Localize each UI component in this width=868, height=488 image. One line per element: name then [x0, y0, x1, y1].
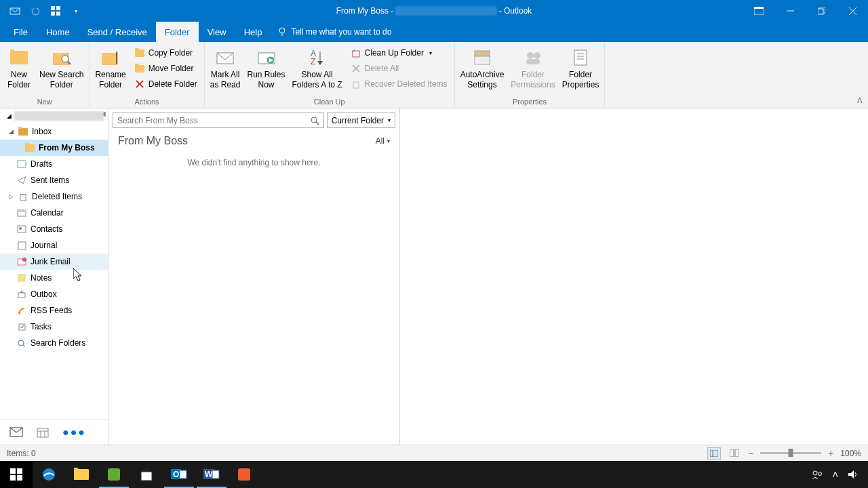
mail-icon[interactable]: [9, 427, 23, 437]
clean-up-folder-button[interactable]: Clean Up Folder▾: [349, 46, 450, 60]
folder-search-folders[interactable]: Search Folders: [0, 335, 108, 351]
folder-junk-email[interactable]: Junk Email: [0, 253, 108, 270]
minimize-button[interactable]: [774, 0, 806, 22]
folder-sent-items[interactable]: Sent Items: [0, 172, 108, 188]
svg-rect-47: [18, 226, 26, 232]
taskbar-edge[interactable]: [33, 461, 65, 488]
mark-all-read-button[interactable]: Mark All as Read: [208, 44, 243, 90]
svg-rect-49: [18, 242, 26, 249]
system-tray: ᐱ: [811, 461, 868, 488]
move-folder-button[interactable]: Move Folder: [132, 62, 199, 75]
svg-rect-34: [475, 56, 490, 64]
folder-permissions-button[interactable]: Folder Permissions: [508, 44, 557, 90]
svg-point-54: [18, 312, 20, 314]
maximize-button[interactable]: [806, 0, 837, 22]
undo-icon[interactable]: [28, 4, 42, 18]
taskbar-outlook[interactable]: O: [163, 461, 195, 488]
delete-all-button[interactable]: Delete All: [349, 62, 450, 75]
show-all-folders-az-button[interactable]: AZShow All Folders A to Z: [290, 44, 345, 90]
window-title: From My Boss - - Outlook: [336, 6, 532, 16]
search-scope-dropdown[interactable]: Current Folder▾: [327, 113, 395, 128]
svg-rect-6: [754, 7, 764, 9]
send-receive-all-icon[interactable]: [8, 4, 22, 18]
folder-drafts[interactable]: Drafts: [0, 156, 108, 172]
tray-chevron-up-icon[interactable]: ᐱ: [833, 470, 838, 479]
view-normal-button[interactable]: [707, 447, 721, 460]
svg-rect-74: [108, 468, 120, 481]
svg-rect-79: [180, 470, 186, 479]
tell-me-search[interactable]: Tell me what you want to do: [277, 22, 391, 42]
more-icon[interactable]: ●●●: [62, 426, 86, 439]
list-filter-dropdown[interactable]: All▾: [376, 136, 390, 146]
account-root[interactable]: ◢: [0, 108, 108, 123]
svg-rect-59: [37, 428, 48, 437]
run-rules-now-button[interactable]: Run Rules Now: [244, 44, 288, 90]
folder-journal[interactable]: Journal: [0, 237, 108, 253]
svg-rect-53: [18, 293, 25, 298]
folder-properties-button[interactable]: Folder Properties: [559, 44, 602, 90]
folder-rss-feeds[interactable]: RSS Feeds: [0, 302, 108, 319]
tab-home[interactable]: Home: [37, 22, 79, 42]
search-input[interactable]: Search From My Boss: [113, 113, 324, 128]
search-icon[interactable]: [310, 116, 319, 125]
svg-rect-28: [353, 51, 359, 57]
delete-folder-button[interactable]: Delete Folder: [132, 77, 199, 91]
collapse-ribbon-icon[interactable]: ᐱ: [857, 96, 863, 105]
taskbar-word[interactable]: W: [195, 461, 228, 488]
zoom-out-button[interactable]: −: [748, 448, 753, 459]
view-reading-button[interactable]: [728, 447, 741, 460]
message-list-pane: Search From My Boss Current Folder▾ From…: [108, 108, 400, 445]
title-sep: -: [499, 6, 502, 16]
tab-file[interactable]: File: [4, 22, 37, 42]
svg-line-57: [23, 345, 25, 347]
folder-deleted-items[interactable]: ▷Deleted Items: [0, 188, 108, 205]
taskbar-app-orange[interactable]: [228, 461, 260, 488]
tray-people-icon[interactable]: [811, 469, 823, 480]
group-cleanup-label: Clean Up: [208, 96, 452, 108]
rename-folder-button[interactable]: Rename Folder: [92, 44, 128, 90]
svg-point-84: [813, 471, 817, 475]
folder-calendar[interactable]: Calendar: [0, 205, 108, 221]
grid-icon[interactable]: [49, 4, 62, 18]
new-search-folder-button[interactable]: New Search Folder: [37, 44, 86, 90]
tab-folder[interactable]: Folder: [156, 22, 199, 42]
folder-notes[interactable]: Notes: [0, 270, 108, 286]
svg-point-63: [311, 117, 317, 123]
taskbar-store[interactable]: [130, 461, 163, 488]
folder-inbox[interactable]: ◢Inbox: [0, 123, 108, 140]
calendar-icon[interactable]: [37, 427, 49, 438]
ribbon-display-icon[interactable]: [743, 0, 774, 22]
list-header-title: From My Boss: [118, 135, 188, 147]
folder-contacts[interactable]: Contacts: [0, 221, 108, 237]
workspace: ◀ ◢ ◢Inbox From My Boss Drafts Sent Item…: [0, 108, 868, 445]
tab-help[interactable]: Help: [235, 22, 271, 42]
folder-from-my-boss[interactable]: From My Boss: [0, 140, 108, 156]
copy-folder-button[interactable]: Copy Folder: [132, 46, 199, 60]
recover-deleted-button[interactable]: Recover Deleted Items: [349, 77, 450, 91]
qat-dropdown-icon[interactable]: ▾: [69, 4, 83, 18]
tray-volume-icon[interactable]: [848, 470, 859, 479]
folder-outbox[interactable]: Outbox: [0, 286, 108, 302]
search-placeholder: Search From My Boss: [117, 116, 198, 125]
svg-rect-8: [818, 9, 823, 14]
close-button[interactable]: [837, 0, 868, 22]
taskbar-app-green[interactable]: [98, 461, 130, 488]
svg-rect-67: [730, 449, 734, 457]
start-button[interactable]: [0, 461, 33, 488]
taskbar-explorer[interactable]: [65, 461, 98, 488]
zoom-in-button[interactable]: +: [828, 448, 833, 459]
group-properties-label: Properties: [458, 96, 602, 108]
svg-text:W: W: [205, 470, 213, 479]
quick-access-toolbar: ▾: [0, 4, 83, 18]
tell-me-label: Tell me what you want to do: [291, 27, 391, 37]
zoom-slider[interactable]: [760, 452, 821, 454]
autoarchive-settings-button[interactable]: AutoArchive Settings: [458, 44, 507, 90]
svg-rect-42: [18, 161, 26, 167]
new-folder-button[interactable]: New Folder: [3, 44, 35, 90]
status-bar: Items: 0 − + 100%: [0, 445, 868, 461]
svg-rect-38: [574, 50, 587, 65]
svg-rect-1: [51, 6, 55, 10]
tab-view[interactable]: View: [199, 22, 235, 42]
folder-tasks[interactable]: Tasks: [0, 319, 108, 335]
tab-send-receive[interactable]: Send / Receive: [79, 22, 156, 42]
